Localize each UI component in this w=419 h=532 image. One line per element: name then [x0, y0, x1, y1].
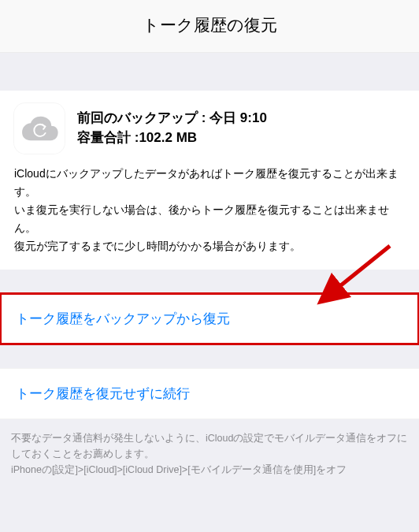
page-title: トーク履歴の復元: [0, 0, 419, 53]
restore-from-backup-link[interactable]: トーク履歴をバックアップから復元: [16, 311, 230, 326]
backup-summary: 前回のバックアップ : 今日 9:10 容量合計 :102.2 MB: [77, 109, 267, 147]
backup-info-card: 前回のバックアップ : 今日 9:10 容量合計 :102.2 MB iClou…: [0, 91, 419, 270]
continue-option-row[interactable]: トーク履歴を復元せずに続行: [0, 368, 419, 419]
footer-note: 不要なデータ通信料が発生しないように、iCloudの設定でモバイルデータ通信をオ…: [0, 419, 419, 490]
restore-option-row[interactable]: トーク履歴をバックアップから復元: [0, 293, 419, 344]
total-size-value: 102.2 MB: [139, 130, 197, 145]
backup-description: iCloudにバックアップしたデータがあればトーク履歴を復元することが出来ます。…: [14, 165, 405, 255]
cloud-refresh-icon: [14, 103, 65, 154]
last-backup-value: 今日 9:10: [210, 110, 267, 125]
continue-without-restore-link[interactable]: トーク履歴を復元せずに続行: [16, 386, 190, 401]
last-backup-label: 前回のバックアップ :: [77, 110, 210, 125]
total-size-label: 容量合計 :: [77, 130, 139, 145]
